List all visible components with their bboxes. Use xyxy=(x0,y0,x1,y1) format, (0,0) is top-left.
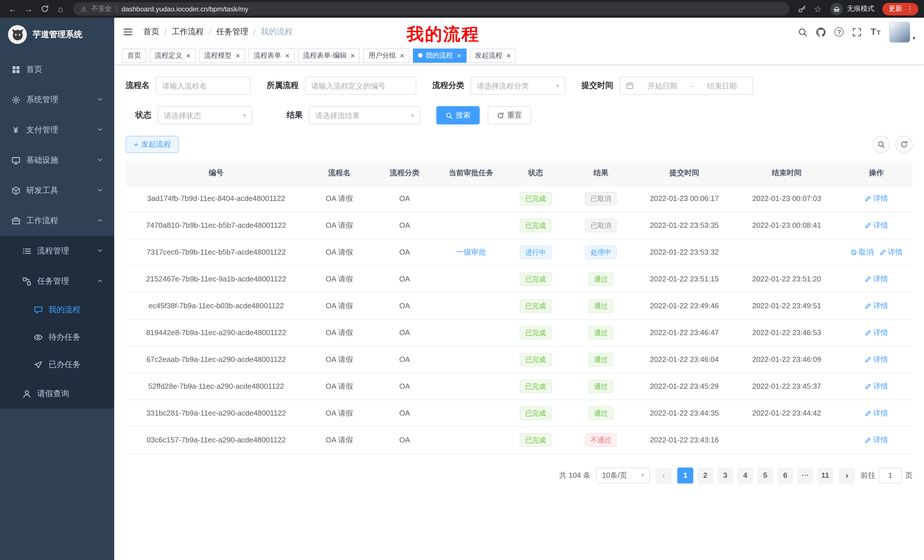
fullscreen-icon[interactable] xyxy=(852,27,862,37)
toolbar-right xyxy=(873,136,913,153)
status-field[interactable] xyxy=(164,111,240,120)
action-detail-link[interactable]: 详情 xyxy=(865,327,888,338)
main-area: 首页 / 工作流程 / 任务管理 / 我的流程 ? TT ▾ xyxy=(114,18,924,560)
sidebar-item-system[interactable]: 系统管理 xyxy=(0,84,114,115)
tab[interactable]: 用户分组× xyxy=(363,48,410,63)
sidebar-item-payment[interactable]: ¥ 支付管理 xyxy=(0,115,114,145)
sidebar-item-todo-tasks[interactable]: 待办任务 xyxy=(0,324,114,351)
date-range-picker[interactable]: - xyxy=(620,76,753,95)
pagination-page-button[interactable]: 4 xyxy=(737,467,753,483)
action-cancel-link[interactable]: 取消 xyxy=(850,247,873,257)
pagination-more-button[interactable]: ··· xyxy=(797,467,813,483)
tab-close-icon[interactable]: × xyxy=(400,52,404,59)
not-secure-label[interactable]: 不安全 xyxy=(92,4,112,14)
breadcrumb-item[interactable]: 首页 xyxy=(143,27,159,37)
current-task-link[interactable]: 一级审批 xyxy=(456,247,486,256)
tab-close-icon[interactable]: × xyxy=(285,52,289,59)
tab-active[interactable]: 我的流程× xyxy=(413,48,466,63)
sidebar-item-leave-query[interactable]: 请假查询 xyxy=(0,379,114,409)
tab-close-icon[interactable]: × xyxy=(506,52,510,59)
result-select[interactable]: ▾ xyxy=(309,106,420,124)
action-detail-link[interactable]: 详情 xyxy=(865,435,888,445)
sidebar-item-my-process[interactable]: 我的流程 xyxy=(0,296,114,324)
pagination-page-button[interactable]: 5 xyxy=(757,467,773,483)
tab[interactable]: 发起流程× xyxy=(470,48,516,63)
pagination-prev-button[interactable]: ‹ xyxy=(656,467,672,483)
key-icon[interactable] xyxy=(795,2,808,16)
process-name-field[interactable] xyxy=(162,81,244,90)
action-detail-link[interactable]: 详情 xyxy=(865,354,888,364)
hamburger-icon[interactable] xyxy=(123,27,133,37)
pagination-page-button[interactable]: 2 xyxy=(697,467,713,483)
help-icon[interactable]: ? xyxy=(835,27,844,36)
action-detail-link[interactable]: 详情 xyxy=(879,247,903,257)
sidebar-item-done-tasks[interactable]: 已办任务 xyxy=(0,351,114,379)
row-id: 331bc281-7b9a-11ec-a290-acde48001122 xyxy=(126,400,307,427)
breadcrumb-item[interactable]: 任务管理 xyxy=(216,27,248,37)
sidebar-item-label: 首页 xyxy=(26,64,42,75)
sidebar-item-workflow[interactable]: 工作流程 xyxy=(0,205,114,236)
action-detail-link[interactable]: 详情 xyxy=(865,381,888,391)
breadcrumb-item[interactable]: 工作流程 xyxy=(172,27,204,37)
user-menu[interactable]: ▾ xyxy=(889,21,915,42)
reset-button[interactable]: 重置 xyxy=(488,106,531,124)
pagination-page-button[interactable]: 6 xyxy=(777,467,793,483)
sidebar-item-label: 待办任务 xyxy=(48,332,81,343)
tab[interactable]: 流程定义× xyxy=(150,48,196,63)
font-size-icon[interactable]: TT xyxy=(871,27,880,37)
end-date-field[interactable] xyxy=(697,81,747,90)
update-button[interactable]: 更新 ⋮ xyxy=(882,3,918,15)
bookmark-star-icon[interactable]: ☆ xyxy=(811,2,825,16)
pagination-page-button[interactable]: 1 xyxy=(677,467,693,483)
row-result-badge: 通过 xyxy=(588,326,614,339)
tab[interactable]: 流程表单× xyxy=(248,48,294,63)
start-date-field[interactable] xyxy=(638,81,688,90)
refresh-button[interactable] xyxy=(896,136,913,153)
status-select[interactable]: ▾ xyxy=(158,106,252,124)
avatar[interactable] xyxy=(889,21,910,42)
github-icon[interactable] xyxy=(816,27,826,37)
create-process-button[interactable]: + 发起流程 xyxy=(126,136,179,153)
url-text[interactable]: dashboard.yudao.iocoder.cn/bpm/task/my xyxy=(122,5,248,13)
sidebar-item-devtools[interactable]: 研发工具 xyxy=(0,175,114,205)
result-field[interactable] xyxy=(315,111,408,120)
browser-reload-icon[interactable] xyxy=(38,2,51,16)
row-result-badge: 已取消 xyxy=(585,192,617,205)
browser-back-icon[interactable]: ← xyxy=(6,2,20,16)
menu-kebab-icon[interactable]: ⋮ xyxy=(906,5,914,13)
browser-forward-icon[interactable]: → xyxy=(22,2,35,16)
goto-page-input[interactable] xyxy=(879,467,902,483)
category-select[interactable]: ▾ xyxy=(471,76,566,95)
browser-home-icon[interactable]: ⌂ xyxy=(54,2,68,16)
search-button[interactable]: 搜索 xyxy=(436,106,480,124)
sidebar-item-home[interactable]: 首页 xyxy=(0,54,114,84)
chevron-down-icon xyxy=(96,246,104,256)
action-detail-link[interactable]: 详情 xyxy=(865,274,888,284)
tab-close-icon[interactable]: × xyxy=(351,52,355,59)
tab-close-icon[interactable]: × xyxy=(457,52,461,59)
pagination-page-button[interactable]: 3 xyxy=(717,467,733,483)
category-field[interactable] xyxy=(477,81,552,90)
process-def-input[interactable] xyxy=(305,76,416,95)
sidebar-item-task-mgmt[interactable]: 任务管理 xyxy=(0,266,114,296)
address-bar[interactable]: ⚠ 不安全 dashboard.yudao.iocoder.cn/bpm/tas… xyxy=(73,2,789,15)
pagination-next-button[interactable]: › xyxy=(839,467,855,483)
action-detail-link[interactable]: 详情 xyxy=(865,408,888,418)
tab[interactable]: 流程表单-编辑× xyxy=(298,48,360,63)
tab-close-icon[interactable]: × xyxy=(186,52,190,59)
sidebar-item-process-mgmt[interactable]: 流程管理 xyxy=(0,236,114,266)
tab[interactable]: 首页 xyxy=(122,48,146,63)
tab-close-icon[interactable]: × xyxy=(236,52,240,59)
logo[interactable]: 芋道管理系统 xyxy=(0,18,114,51)
action-detail-link[interactable]: 详情 xyxy=(865,301,888,311)
search-icon[interactable] xyxy=(798,27,808,37)
sidebar-item-infrastructure[interactable]: 基础设施 xyxy=(0,145,114,175)
page-size-select[interactable]: 10条/页 ▾ xyxy=(596,467,650,483)
action-detail-link[interactable]: 详情 xyxy=(865,220,888,231)
tab[interactable]: 流程模型× xyxy=(199,48,245,63)
process-def-field[interactable] xyxy=(311,81,410,90)
process-name-input[interactable] xyxy=(156,76,251,95)
pagination-page-button[interactable]: 11 xyxy=(817,467,833,483)
toggle-search-button[interactable] xyxy=(873,136,890,153)
action-detail-link[interactable]: 详情 xyxy=(865,193,888,204)
